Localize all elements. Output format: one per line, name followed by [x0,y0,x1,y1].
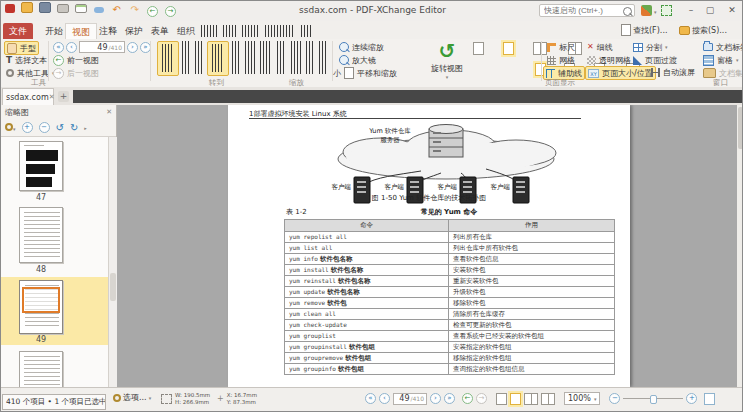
corrupted-button-glyph[interactable] [277,41,286,74]
thumbnail-page-50[interactable] [19,351,63,387]
corrupted-button-glyph[interactable] [245,41,255,74]
tab-file[interactable]: 文件 [3,23,33,39]
undo-icon[interactable]: ↶ [110,3,123,16]
two-page-continuous-layout-icon[interactable] [541,393,555,405]
single-page-layout-icon[interactable] [496,393,507,405]
forward-view-icon[interactable]: → [164,5,177,18]
ui-options-icon[interactable] [641,5,652,16]
panel-overflow-icon[interactable]: ▸ [84,125,87,131]
select-text-button[interactable]: T 选择文本 [4,54,49,66]
document-tab-close-icon[interactable]: ✕ [49,93,55,101]
next-page-button[interactable]: › [127,42,138,53]
zoom-slider-knob[interactable] [650,395,657,404]
corrupted-tab-glyph[interactable] [242,25,259,37]
first-page-button[interactable]: « [53,42,64,53]
ui-options-caret-icon[interactable]: ▾ [654,9,657,15]
panes-button[interactable]: 窗格▾ [701,54,743,66]
transparent-grid-button[interactable]: 透明网格 [585,54,633,66]
next-page-button[interactable]: › [430,393,441,404]
corrupted-button-glyph[interactable] [182,41,191,74]
options-button[interactable]: 选项...▾ [113,392,151,403]
rotate-view-button[interactable]: ↺ 旋转视图 ▾ [425,39,469,80]
thumbnail-page-49[interactable] [19,280,63,334]
corrupted-button-glyph[interactable] [319,41,328,74]
active-layout-icon[interactable] [510,393,521,405]
zoom-slider[interactable] [623,398,683,399]
corrupted-tab-glyph[interactable] [223,25,236,37]
continuous-zoom-button[interactable]: 连续缩放 [337,41,386,53]
rotate-cw-icon[interactable]: ↻ [70,122,78,133]
corrupted-button-glyph[interactable] [195,41,203,74]
zoom-in-button[interactable]: + [686,393,697,404]
find-button[interactable]: 查找(F)... [621,23,667,37]
hand-tool-button[interactable]: 手型 [4,41,39,55]
visible-area-indicator[interactable] [22,287,60,313]
next-view-button[interactable]: → [476,393,487,404]
first-page-button[interactable]: « [365,393,376,404]
zoom-out-button[interactable]: − [609,393,620,404]
maximize-button[interactable]: ▢ [703,4,717,17]
open-folder-icon[interactable] [21,1,34,14]
page-transitions-button[interactable]: 页面过渡 [631,54,679,66]
corrupted-button-glyph[interactable] [291,41,301,74]
thumb-zoom-out-button[interactable]: − [39,122,50,133]
corrupted-tab-glyph[interactable] [301,25,313,37]
corrupted-tab-glyph[interactable] [265,25,295,37]
prev-page-button[interactable]: ‹ [379,393,390,404]
corrupted-tab-glyph[interactable] [201,25,217,37]
prev-page-button[interactable]: ‹ [66,42,77,53]
fullscreen-icon[interactable] [661,5,672,16]
two-page-layout-icon[interactable] [524,393,538,405]
document-tabs-button[interactable]: 文档标签页 [701,41,743,53]
document-set-button[interactable]: 文档集 [701,67,743,79]
magnifier-button[interactable]: 放大镜 [337,54,378,66]
corrupted-button-glyph-selected[interactable] [207,41,229,76]
email-icon[interactable] [75,2,88,15]
document-tab[interactable]: ssdax.com ✕ [2,88,54,105]
corrupted-button-glyph[interactable] [306,41,314,74]
tab-organize[interactable]: 组织 [171,23,201,39]
rotate-ccw-icon[interactable]: ↺ [56,122,64,133]
thumbnail-page-48[interactable] [19,207,63,263]
corrupted-button-glyph[interactable] [232,41,241,74]
corrupted-button-glyph-selected[interactable] [157,41,179,76]
pdf-page[interactable]: 1部署虚拟环境安装 Linux 系统 [228,105,630,387]
ruler-button[interactable]: 标尺 [545,41,577,53]
new-tab-button[interactable]: + [58,91,69,102]
next-view-button[interactable]: → 后一视图 [51,67,101,79]
thumbnails-scrollbar[interactable] [108,137,117,387]
redo-icon[interactable]: ↷ [128,3,141,16]
save-icon[interactable] [39,1,52,14]
single-page-continuous-layout-icon[interactable] [503,42,514,55]
quick-launch-input[interactable] [539,4,635,17]
print-icon[interactable] [57,2,70,15]
document-scrollbar[interactable] [737,105,743,387]
previous-view-button[interactable]: ← [462,393,473,404]
last-page-button[interactable]: » [444,393,455,404]
panel-options-gear-icon[interactable]: ▾ [5,123,16,133]
thin-lines-button[interactable]: ✕ 细线 [585,41,615,53]
pan-and-zoom-button[interactable]: 小 平移和缩放 [331,67,399,79]
thumbnail-label-49: 49 [19,335,63,344]
status-page-number-box[interactable]: 49/410 [393,393,427,405]
autoscroll-icon [651,68,660,77]
back-view-icon[interactable]: ← [146,5,159,18]
page-size-position-button[interactable]: XY 页面大小/位置 [585,66,656,80]
search-button[interactable]: 搜索(S)... [679,23,727,37]
thumb-zoom-in-button[interactable]: + [22,122,33,133]
fit-page-button[interactable] [704,393,715,405]
thumbnail-page-47[interactable] [19,141,63,191]
cloud-icon[interactable] [92,4,105,17]
close-button[interactable]: ✕ [725,4,739,17]
corrupted-button-glyph[interactable] [260,41,272,74]
minimize-button[interactable]: – [684,4,698,17]
page-number-box[interactable]: 49/410 [79,41,125,53]
single-page-layout-icon[interactable] [473,42,484,55]
panel-close-icon[interactable]: ✕ [106,108,112,116]
grid-button[interactable]: 网格 [545,54,577,66]
document-view[interactable]: 1部署虚拟环境安装 Linux 系统 [117,105,743,387]
split-button[interactable]: 分割▾ [631,41,670,53]
zoom-level-select[interactable]: 100%▾ [564,392,600,405]
previous-view-button[interactable]: ← 前一视图 [51,54,101,66]
autoscroll-button[interactable]: 自动滚屏 [649,66,697,78]
